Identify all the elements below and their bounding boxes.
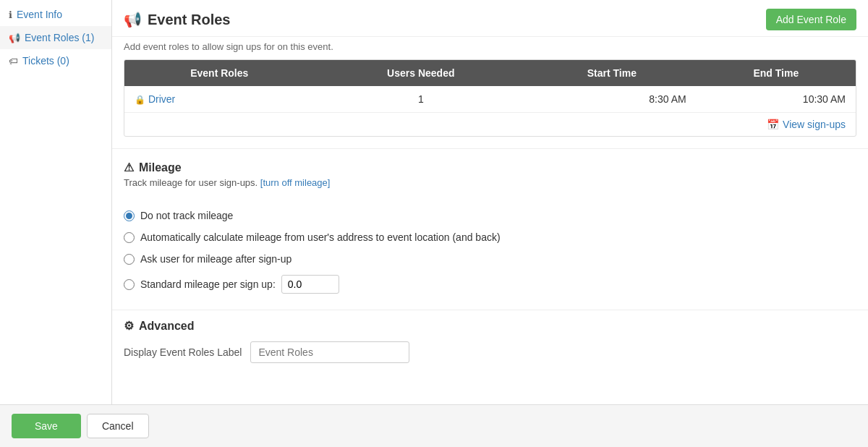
mileage-radio-no-track[interactable]: [124, 210, 135, 221]
content-subtitle: Add event roles to allow sign ups for on…: [112, 37, 868, 59]
mileage-radio-auto-calc[interactable]: [124, 232, 135, 243]
advanced-section: ⚙ Advanced Display Event Roles Label: [112, 310, 868, 372]
view-signups-cell: 📅 View sign-ups: [124, 113, 856, 137]
sidebar: ℹ Event Info 📢 Event Roles (1) 🏷 Tickets…: [0, 0, 112, 404]
gear-icon: ⚙: [124, 319, 134, 333]
mileage-radio-standard[interactable]: [124, 279, 135, 290]
warning-icon: ⚠: [124, 161, 134, 174]
mileage-title: ⚠ Mileage: [124, 161, 856, 174]
display-label-input[interactable]: [250, 341, 409, 363]
turn-off-mileage-link[interactable]: [turn off mileage]: [260, 177, 331, 188]
sidebar-item-event-info-label: Event Info: [17, 9, 62, 20]
sidebar-item-event-info[interactable]: ℹ Event Info: [0, 3, 111, 26]
table-row: 🔒 Driver 1 8:30 AM 10:30 AM: [124, 86, 856, 113]
col-end-time: End Time: [697, 60, 856, 86]
event-roles-table-wrapper: Event Roles Users Needed Start Time End …: [124, 59, 856, 137]
table-header-row: Event Roles Users Needed Start Time End …: [124, 60, 856, 86]
footer: Save Cancel: [0, 404, 868, 447]
sidebar-item-event-roles[interactable]: 📢 Event Roles (1): [0, 26, 111, 49]
mileage-label-auto-calc: Automatically calculate mileage from use…: [140, 231, 501, 243]
mileage-option-auto-calc: Automatically calculate mileage from use…: [124, 231, 856, 243]
view-signups-row: 📅 View sign-ups: [124, 113, 856, 137]
mileage-option-no-track: Do not track mileage: [124, 210, 856, 221]
main-content: 📢 Event Roles Add Event Role Add event r…: [112, 0, 868, 404]
sidebar-item-event-roles-label: Event Roles (1): [25, 32, 94, 43]
add-event-role-button[interactable]: Add Event Role: [766, 9, 856, 30]
end-time-cell: 10:30 AM: [697, 86, 856, 113]
calendar-icon: 📅: [767, 119, 779, 130]
mileage-option-ask-user: Ask user for mileage after sign-up: [124, 253, 856, 265]
mileage-section: ⚠ Mileage Track mileage for user sign-up…: [112, 148, 868, 204]
event-roles-table: Event Roles Users Needed Start Time End …: [124, 60, 856, 136]
col-event-roles: Event Roles: [124, 60, 314, 86]
advanced-title: ⚙ Advanced: [124, 319, 856, 333]
ticket-icon: 🏷: [9, 56, 18, 67]
page-title: 📢 Event Roles: [124, 11, 230, 28]
start-time-cell: 8:30 AM: [527, 86, 697, 113]
mileage-label-ask-user: Ask user for mileage after sign-up: [140, 253, 292, 265]
content-header: 📢 Event Roles Add Event Role: [112, 0, 868, 37]
megaphone-icon: 📢: [9, 33, 20, 43]
mileage-label-standard: Standard mileage per sign up:: [140, 278, 276, 290]
save-button[interactable]: Save: [12, 414, 81, 438]
standard-mileage-input[interactable]: [281, 275, 339, 294]
mileage-options: Do not track mileage Automatically calcu…: [112, 204, 868, 310]
cancel-button[interactable]: Cancel: [87, 414, 149, 438]
users-needed-cell: 1: [314, 86, 527, 113]
mileage-subtitle: Track mileage for user sign-ups. [turn o…: [124, 177, 856, 188]
info-icon: ℹ: [9, 9, 12, 20]
role-name-cell: 🔒 Driver: [124, 86, 314, 113]
view-signups-link[interactable]: 📅 View sign-ups: [767, 119, 846, 130]
mileage-radio-ask-user[interactable]: [124, 254, 135, 265]
lock-icon: 🔒: [135, 95, 145, 105]
mileage-option-standard: Standard mileage per sign up:: [124, 275, 856, 294]
display-label-label: Display Event Roles Label: [124, 346, 242, 358]
col-start-time: Start Time: [527, 60, 697, 86]
megaphone-title-icon: 📢: [124, 11, 142, 28]
sidebar-item-tickets-label: Tickets (0): [22, 55, 69, 67]
col-users-needed: Users Needed: [314, 60, 527, 86]
display-label-row: Display Event Roles Label: [124, 341, 856, 363]
view-signups-label: View sign-ups: [783, 119, 846, 130]
sidebar-item-tickets[interactable]: 🏷 Tickets (0): [0, 49, 111, 72]
mileage-label-no-track: Do not track mileage: [140, 210, 233, 221]
role-link[interactable]: Driver: [148, 93, 175, 105]
